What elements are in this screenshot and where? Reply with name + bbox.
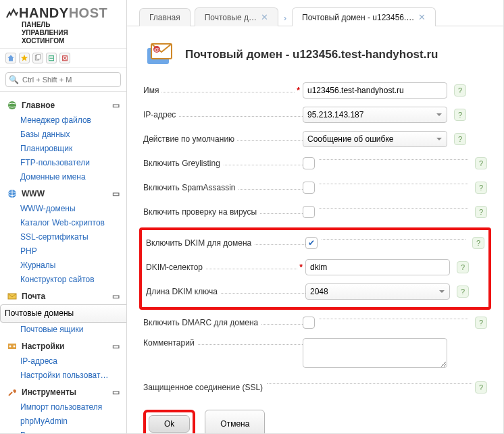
nav-item-webscripts[interactable]: Каталог Web-скриптов xyxy=(0,216,126,230)
help-icon[interactable]: ? xyxy=(454,133,466,145)
label-greylisting: Включить Greylisting xyxy=(143,159,223,168)
help-icon[interactable]: ? xyxy=(475,206,487,218)
svg-text:@: @ xyxy=(154,47,159,53)
nav-section-www[interactable]: WWW▭ xyxy=(0,184,126,202)
label-dmarc: Включить DMARC для домена xyxy=(143,318,261,327)
tab-maildomains[interactable]: Почтовые д…✕ xyxy=(195,7,278,26)
help-icon[interactable]: ? xyxy=(475,157,487,169)
nav-item-ssl[interactable]: SSL-сертификаты xyxy=(0,230,126,244)
chevron-right-icon: › xyxy=(282,13,288,26)
search-icon: 🔍 xyxy=(9,75,19,84)
nav-item-wwwdomains[interactable]: WWW-домены xyxy=(0,202,126,216)
dmarc-checkbox[interactable] xyxy=(303,317,315,329)
dkim-enable-checkbox[interactable]: ✔ xyxy=(305,237,318,249)
nav-section-tools[interactable]: Инструменты▭ xyxy=(0,383,126,400)
mail-domain-icon: @ xyxy=(143,38,176,71)
label-name: Имя xyxy=(143,86,161,95)
label-dkim-keylen: Длина DKIM ключа xyxy=(146,287,220,296)
help-icon[interactable]: ? xyxy=(475,182,487,194)
ok-highlight: Ok xyxy=(143,410,195,433)
help-icon[interactable]: ? xyxy=(457,286,469,298)
help-icon[interactable]: ? xyxy=(454,109,466,121)
tab-bar: Главная Почтовые д…✕ › Почтовый домен - … xyxy=(127,0,503,26)
nav-item-backups[interactable]: Резервные копии xyxy=(0,429,126,433)
search-box: 🔍 xyxy=(0,68,126,92)
nav-item-databases[interactable]: Базы данных xyxy=(0,128,126,142)
viruscheck-checkbox[interactable] xyxy=(303,206,315,218)
sidebar: HANDYHOST ПАНЕЛЬ УПРАВЛЕНИЯ ХОСТИНГОМ ⊟ … xyxy=(0,0,127,433)
spamassassin-checkbox[interactable] xyxy=(303,182,315,194)
dkim-highlight-box: Включить DKIM для домена ✔? DKIM-селекто… xyxy=(139,227,491,310)
nav-item-mailboxes[interactable]: Почтовые ящики xyxy=(0,323,126,337)
label-viruscheck: Включить проверку на вирусы xyxy=(143,207,259,217)
label-spamassassin: Включить SpamAssassin xyxy=(143,183,238,192)
nav-item-ip[interactable]: IP-адреса xyxy=(0,354,126,369)
tools-icon xyxy=(7,387,18,398)
collapse-icon: ▭ xyxy=(112,101,120,110)
dkim-keylen-select[interactable]: 2048 xyxy=(305,283,450,300)
tab-maildomain-edit[interactable]: Почтовый домен - u123456.…✕ xyxy=(292,7,436,26)
label-dkim-enable: Включить DKIM для домена xyxy=(146,238,254,248)
page-content: @ Почтовый домен - u123456.test-handyhos… xyxy=(127,26,503,433)
nav-item-usersettings[interactable]: Настройки пользоват… xyxy=(0,369,126,383)
nav-section-settings[interactable]: Настройки▭ xyxy=(0,337,126,354)
globe-icon xyxy=(7,100,18,111)
ip-select[interactable]: 95.213.143.187 xyxy=(303,107,447,123)
help-icon[interactable]: ? xyxy=(475,317,487,329)
nav-item-filemanager[interactable]: Менеджер файлов xyxy=(0,113,126,128)
nav-section-mail[interactable]: Почта▭ xyxy=(0,287,126,304)
name-input[interactable] xyxy=(303,82,447,99)
nav-item-ftp[interactable]: FTP-пользователи xyxy=(0,156,126,170)
greylisting-checkbox[interactable] xyxy=(303,157,315,169)
svg-point-7 xyxy=(9,346,11,348)
label-dkim-selector: DKIM-селектор xyxy=(146,263,205,272)
help-icon[interactable]: ? xyxy=(457,261,469,273)
settings-icon xyxy=(7,341,18,352)
search-input[interactable] xyxy=(5,72,121,87)
copy-icon[interactable] xyxy=(32,53,43,63)
help-icon[interactable]: ? xyxy=(475,381,487,394)
default-action-select[interactable]: Сообщение об ошибке xyxy=(303,131,447,147)
label-ssl: Защищенное соединение (SSL) xyxy=(143,383,267,392)
main-panel: Главная Почтовые д…✕ › Почтовый домен - … xyxy=(127,0,503,433)
svg-rect-1 xyxy=(37,55,41,59)
label-comment: Комментарий xyxy=(143,338,197,348)
tab-home[interactable]: Главная xyxy=(139,8,191,26)
cancel-button[interactable]: Отмена xyxy=(205,410,265,433)
page-title: Почтовый домен - u123456.test-handyhost.… xyxy=(185,48,438,61)
nav-menu: Главное▭ Менеджер файлов Базы данных Пла… xyxy=(0,92,126,433)
nav-item-domains[interactable]: Доменные имена xyxy=(0,170,126,184)
label-default-action: Действие по умолчанию xyxy=(143,134,237,144)
nav-item-phpmyadmin[interactable]: phpMyAdmin xyxy=(0,414,126,429)
nav-item-logs[interactable]: Журналы xyxy=(0,259,126,273)
comment-textarea[interactable] xyxy=(303,338,447,368)
nav-item-php[interactable]: PHP xyxy=(0,244,126,259)
close-all-icon[interactable]: ⊠ xyxy=(59,53,70,63)
star-icon[interactable] xyxy=(19,53,30,63)
close-icon[interactable]: ✕ xyxy=(418,12,426,22)
svg-point-8 xyxy=(14,346,16,348)
ok-button[interactable]: Ok xyxy=(149,415,190,433)
home-icon[interactable] xyxy=(5,53,16,63)
mail-icon xyxy=(7,291,18,302)
nav-item-scheduler[interactable]: Планировщик xyxy=(0,142,126,156)
close-icon[interactable]: ✕ xyxy=(261,12,268,22)
toolbar: ⊟ ⊠ xyxy=(0,48,126,68)
help-icon[interactable]: ? xyxy=(472,237,484,249)
dkim-selector-input[interactable] xyxy=(305,259,450,275)
label-ip: IP-адрес xyxy=(143,110,178,119)
nav-item-maildomains[interactable]: Почтовые домены xyxy=(0,304,126,323)
help-icon[interactable]: ? xyxy=(454,84,466,97)
nav-item-sitebuilder[interactable]: Конструктор сайтов xyxy=(0,273,126,287)
nav-item-importuser[interactable]: Импорт пользователя xyxy=(0,400,126,414)
logo: HANDYHOST ПАНЕЛЬ УПРАВЛЕНИЯ ХОСТИНГОМ xyxy=(0,0,126,48)
collapse-icon[interactable]: ⊟ xyxy=(46,53,57,63)
nav-section-main[interactable]: Главное▭ xyxy=(0,96,126,113)
world-icon xyxy=(7,188,18,199)
svg-point-2 xyxy=(8,101,16,109)
